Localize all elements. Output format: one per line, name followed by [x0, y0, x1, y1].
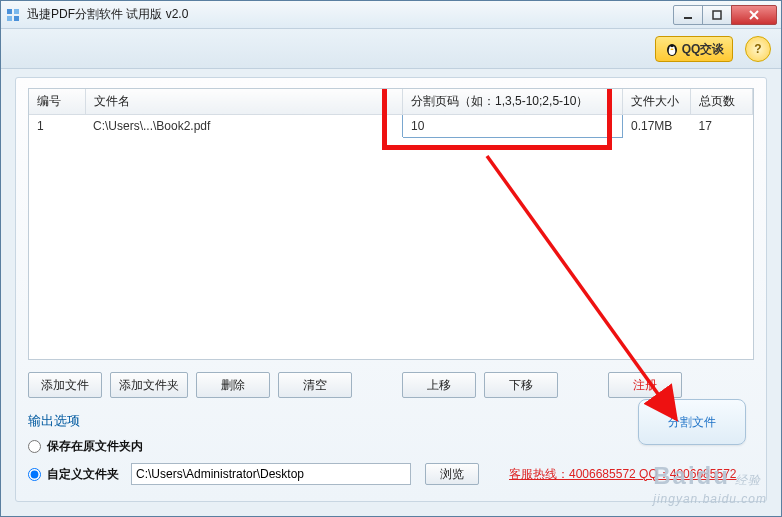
minimize-button[interactable]	[673, 5, 703, 25]
cell-filesize: 0.17MB	[623, 115, 691, 138]
cell-split-pages[interactable]: 10	[403, 115, 623, 138]
spacer	[566, 372, 600, 398]
cell-filename: C:\Users\...\Book2.pdf	[85, 115, 403, 138]
svg-point-11	[672, 47, 674, 49]
custom-folder-label: 自定义文件夹	[47, 466, 119, 483]
col-header-filesize[interactable]: 文件大小	[623, 89, 691, 115]
col-header-number[interactable]: 编号	[29, 89, 85, 115]
custom-folder-radio[interactable]	[28, 468, 41, 481]
add-folder-button[interactable]: 添加文件夹	[110, 372, 188, 398]
help-icon: ?	[754, 42, 761, 56]
svg-point-12	[670, 48, 673, 50]
save-original-label: 保存在原文件夹内	[47, 438, 143, 455]
col-header-filename[interactable]: 文件名	[85, 89, 403, 115]
qq-chat-label: QQ交谈	[682, 41, 725, 58]
help-button[interactable]: ?	[745, 36, 771, 62]
titlebar: 迅捷PDF分割软件 试用版 v2.0	[1, 1, 781, 29]
browse-button[interactable]: 浏览	[425, 463, 479, 485]
svg-rect-5	[713, 11, 721, 19]
qq-chat-button[interactable]: QQ交谈	[655, 36, 733, 62]
col-header-total-pages[interactable]: 总页数	[691, 89, 753, 115]
move-down-button[interactable]: 下移	[484, 372, 558, 398]
file-table: 编号 文件名 分割页码（如：1,3,5-10;2,5-10） 文件大小 总页数 …	[29, 89, 753, 138]
custom-folder-option: 自定义文件夹 浏览 客服热线：4006685572 QQ：4006685572	[28, 463, 754, 485]
table-row[interactable]: 1 C:\Users\...\Book2.pdf 10 0.17MB 17	[29, 115, 753, 138]
svg-point-10	[669, 47, 671, 49]
maximize-button[interactable]	[702, 5, 732, 25]
split-file-label: 分割文件	[668, 414, 716, 431]
action-button-row: 添加文件 添加文件夹 删除 清空 上移 下移 注册	[28, 372, 754, 398]
clear-button[interactable]: 清空	[278, 372, 352, 398]
app-window: 迅捷PDF分割软件 试用版 v2.0 QQ交谈 ? 编号 文件名 分割页码（如：…	[0, 0, 782, 517]
content-panel: 编号 文件名 分割页码（如：1,3,5-10;2,5-10） 文件大小 总页数 …	[15, 77, 767, 502]
save-original-radio[interactable]	[28, 440, 41, 453]
svg-rect-1	[14, 9, 19, 14]
svg-rect-0	[7, 9, 12, 14]
toolbar: QQ交谈 ?	[1, 29, 781, 69]
cell-number: 1	[29, 115, 85, 138]
cell-total-pages: 17	[691, 115, 753, 138]
delete-button[interactable]: 删除	[196, 372, 270, 398]
window-title: 迅捷PDF分割软件 试用版 v2.0	[27, 6, 674, 23]
split-file-button[interactable]: 分割文件	[638, 399, 746, 445]
move-up-button[interactable]: 上移	[402, 372, 476, 398]
spacer	[360, 372, 394, 398]
file-table-container: 编号 文件名 分割页码（如：1,3,5-10;2,5-10） 文件大小 总页数 …	[28, 88, 754, 360]
register-button[interactable]: 注册	[608, 372, 682, 398]
output-path-input[interactable]	[131, 463, 411, 485]
app-icon	[5, 7, 21, 23]
window-controls	[674, 5, 777, 25]
svg-point-9	[668, 47, 675, 55]
add-file-button[interactable]: 添加文件	[28, 372, 102, 398]
qq-icon	[664, 41, 680, 57]
col-header-split-pages[interactable]: 分割页码（如：1,3,5-10;2,5-10）	[403, 89, 623, 115]
svg-rect-2	[7, 16, 12, 21]
close-button[interactable]	[731, 5, 777, 25]
svg-rect-3	[14, 16, 19, 21]
hotline-link[interactable]: 客服热线：4006685572 QQ：4006685572	[509, 466, 736, 483]
